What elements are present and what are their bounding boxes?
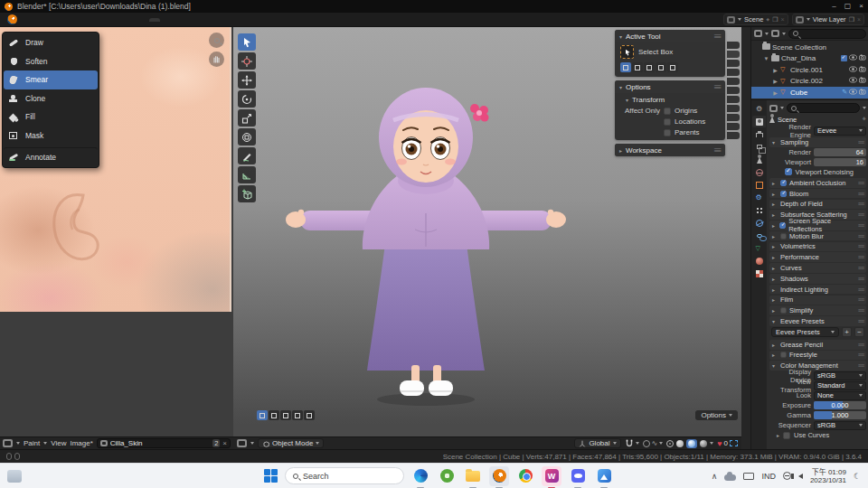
property-section[interactable]: ▸ Film ≡≡ xyxy=(769,296,866,305)
render-engine-dropdown[interactable]: Eevee xyxy=(814,127,866,136)
render-samples-field[interactable]: 64 xyxy=(814,148,866,156)
tab-modifiers[interactable]: ⚙ xyxy=(752,192,766,203)
viewport-canvas[interactable]: ▾ Active Tool ≡≡ Select Box xyxy=(233,27,741,436)
onedrive-icon[interactable] xyxy=(724,474,736,481)
pan-hand-gizmo[interactable] xyxy=(209,52,224,67)
paint-tool-item[interactable]: Clone xyxy=(4,89,98,108)
proportional-edit-icon[interactable] xyxy=(643,440,650,447)
tab-texture[interactable] xyxy=(752,267,766,279)
n-panel-tab[interactable] xyxy=(727,51,740,58)
paint-tool-item[interactable]: Annotate xyxy=(4,147,98,166)
select-mode-invert[interactable] xyxy=(656,62,666,72)
paint-tool-item[interactable]: Fill xyxy=(4,108,98,127)
wireframe-shading-icon[interactable] xyxy=(666,440,674,447)
remove-layer-icon[interactable]: × xyxy=(857,16,861,23)
n-panel-tab[interactable] xyxy=(727,69,740,76)
move-tool[interactable] xyxy=(238,71,256,89)
tab-scene[interactable] xyxy=(752,154,766,165)
render-region-icon[interactable] xyxy=(730,440,738,446)
heart-addon-icon[interactable]: ♥ xyxy=(717,439,722,448)
menu-item[interactable] xyxy=(31,19,40,21)
tab-world[interactable] xyxy=(752,166,766,178)
tab-object-data[interactable]: ▽ xyxy=(752,242,766,254)
section-checkbox[interactable] xyxy=(779,222,786,229)
eevee-presets-section[interactable]: ▾ Eevee Presets ≡≡ xyxy=(769,316,866,326)
options-header[interactable]: ▾ Options ≡≡ xyxy=(615,80,725,93)
eevee-presets-dropdown[interactable]: Eevee Presets xyxy=(771,327,839,337)
property-section[interactable]: ▸ Indirect Lighting ≡≡ xyxy=(769,285,866,295)
property-section[interactable]: ▸ Simplify ≡≡ xyxy=(769,305,866,315)
orientation-dropdown[interactable]: Global xyxy=(574,438,620,448)
scale-tool[interactable] xyxy=(238,109,256,127)
parents-checkbox[interactable] xyxy=(664,129,671,136)
workspace-header[interactable]: ▸ Workspace ≡≡ xyxy=(615,144,725,156)
grip-icon[interactable]: ≡≡ xyxy=(714,83,721,91)
active-tool-thumbnail[interactable] xyxy=(620,45,634,59)
select-box-tool[interactable] xyxy=(238,33,256,51)
transform-subpanel[interactable]: ▾ Transform xyxy=(615,93,725,104)
options-dropdown[interactable]: Options xyxy=(695,410,738,420)
property-section[interactable]: ▸ Performance ≡≡ xyxy=(769,252,866,262)
view-menu[interactable]: View xyxy=(51,439,66,447)
tab-material[interactable] xyxy=(752,255,766,267)
speaker-icon[interactable] xyxy=(798,474,803,479)
use-curves-checkbox[interactable] xyxy=(783,432,790,439)
select-mode-extend[interactable] xyxy=(269,410,279,420)
select-mode-set[interactable] xyxy=(620,62,631,72)
editor-type-icon[interactable] xyxy=(3,439,13,447)
workspace-tab[interactable] xyxy=(196,18,207,22)
editor-type-icon[interactable] xyxy=(237,439,247,447)
taskbar-app-edge[interactable] xyxy=(410,466,430,486)
image-datablock-field[interactable]: Cilla_Skin 2 × xyxy=(97,438,231,448)
eye-visibility-icon[interactable] xyxy=(849,89,857,97)
taskbar-app-photos[interactable] xyxy=(594,466,614,486)
property-section[interactable]: ▸ Grease Pencil ≡≡ xyxy=(769,340,866,350)
workspace-tab[interactable] xyxy=(79,18,90,22)
taskbar-app-blender[interactable] xyxy=(489,466,509,486)
annotate-tool[interactable] xyxy=(238,147,256,164)
language-indicator[interactable]: IND xyxy=(761,472,776,481)
property-section[interactable]: ▸ Depth of Field ≡≡ xyxy=(769,200,866,210)
n-panel-tab[interactable] xyxy=(727,123,740,130)
expand-down-icon[interactable]: ▼ xyxy=(764,56,769,61)
n-panel-tab[interactable] xyxy=(727,42,740,49)
expand-right-icon[interactable]: ▶ xyxy=(773,90,778,96)
measure-tool[interactable] xyxy=(238,166,256,183)
property-section[interactable]: ▸ Freestyle ≡≡ xyxy=(769,351,866,361)
tab-constraints[interactable] xyxy=(752,230,766,241)
display-mode-icon[interactable] xyxy=(754,30,762,37)
workspace-tab[interactable] xyxy=(184,18,195,22)
select-mode-set[interactable] xyxy=(257,410,268,420)
locations-checkbox[interactable] xyxy=(664,118,671,126)
taskbar-app-chrome[interactable] xyxy=(515,466,535,486)
grip-icon[interactable]: ≡≡ xyxy=(714,146,721,155)
cm-dropdown[interactable]: Standard xyxy=(814,381,866,390)
taskbar-clock[interactable]: 下午 01:09 2023/10/31 xyxy=(810,468,846,484)
select-mode-subtract[interactable] xyxy=(280,410,291,420)
material-preview-shading-icon[interactable] xyxy=(686,439,697,448)
n-panel-tab[interactable] xyxy=(727,96,740,103)
outliner-row[interactable]: ▼▶ ▽ Circle.002 ✎ xyxy=(751,76,868,88)
workspace-tab[interactable] xyxy=(90,18,101,22)
properties-search[interactable] xyxy=(787,103,860,113)
zoom-gizmo[interactable] xyxy=(209,33,224,48)
select-mode-intersect[interactable] xyxy=(667,62,678,72)
menu-item[interactable] xyxy=(21,19,30,21)
properties-display-icon[interactable] xyxy=(769,105,778,112)
pin-icon[interactable]: ⌖ xyxy=(862,115,866,124)
n-panel-tab[interactable] xyxy=(727,105,740,112)
pin-icon[interactable]: ⌖ xyxy=(766,16,769,23)
cm-dropdown[interactable]: None xyxy=(814,391,866,400)
rotate-tool[interactable] xyxy=(238,90,256,108)
property-section[interactable]: ▸ Volumetrics ≡≡ xyxy=(769,242,866,252)
select-mode-intersect[interactable] xyxy=(304,410,315,420)
grip-icon[interactable]: ≡≡ xyxy=(714,33,721,41)
property-section[interactable]: ▸ Shadows ≡≡ xyxy=(769,274,866,284)
n-panel-tab[interactable] xyxy=(727,132,740,139)
transform-tool[interactable] xyxy=(238,128,256,145)
section-checkbox[interactable] xyxy=(780,352,787,358)
unlink-image-icon[interactable]: × xyxy=(222,439,227,447)
cursor-tool[interactable] xyxy=(238,52,256,70)
sampling-section[interactable]: ▾ Sampling ≡≡ xyxy=(769,137,866,147)
workspace-tab[interactable] xyxy=(208,18,219,22)
